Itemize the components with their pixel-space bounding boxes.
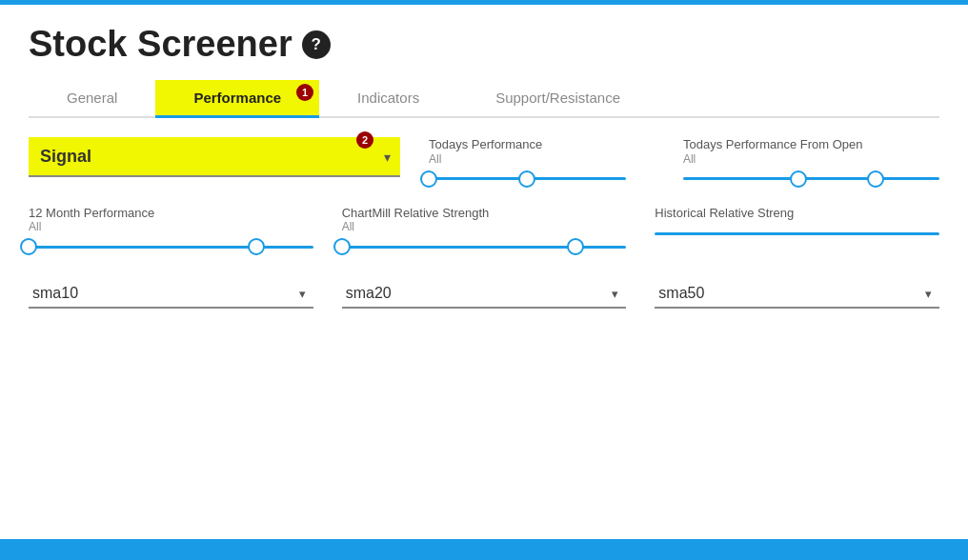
- bottom-bar: [0, 539, 968, 560]
- 12-month-thumb-left[interactable]: [20, 238, 37, 255]
- chartmill-rs-slider[interactable]: [342, 233, 627, 260]
- tabs-row: General Performance 1 Indicators Support…: [29, 80, 939, 118]
- todays-performance-group: Todays Performance All: [429, 137, 655, 192]
- sma10-wrapper: sma10 sma20 sma50 sma100 sma200 ▾: [29, 279, 313, 309]
- todays-performance-label: Todays Performance: [429, 137, 626, 152]
- todays-perf-open-track: [683, 177, 939, 180]
- todays-performance-thumb-left[interactable]: [420, 170, 437, 188]
- chartmill-rs-label: ChartMill Relative Strength: [342, 206, 627, 221]
- tab-performance[interactable]: Performance 1: [155, 80, 319, 118]
- chartmill-rs-sublabel: All: [342, 220, 627, 233]
- help-icon[interactable]: ?: [302, 30, 331, 59]
- header-row: Stock Screener ?: [29, 24, 939, 80]
- 12-month-track: [29, 246, 313, 249]
- todays-performance-thumb-right[interactable]: [518, 170, 535, 188]
- signal-row: Signal All ▾ 2 Todays Performance All To…: [29, 137, 939, 192]
- sma50-wrapper: sma10 sma20 sma50 sma100 sma200 ▾: [655, 279, 939, 309]
- sma20-select[interactable]: sma10 sma20 sma50 sma100 sma200: [342, 279, 627, 307]
- 12-month-performance-group: 12 Month Performance All: [29, 206, 342, 261]
- todays-performance-from-open-label: Todays Performance From Open: [683, 137, 939, 152]
- signal-badge: 2: [356, 131, 373, 149]
- historical-rs-label: Historical Relative Streng: [655, 206, 939, 221]
- 12-month-thumb-right[interactable]: [248, 238, 265, 255]
- signal-dropdown-wrapper: Signal All ▾ 2: [29, 137, 400, 177]
- main-container: Stock Screener ? General Performance 1 I…: [0, 5, 968, 560]
- 12-month-performance-slider[interactable]: [29, 233, 313, 260]
- chartmill-rs-thumb-left[interactable]: [333, 238, 351, 255]
- todays-performance-from-open-slider[interactable]: [683, 166, 939, 192]
- todays-performance-sublabel: All: [429, 152, 626, 166]
- signal-select[interactable]: Signal All: [29, 137, 400, 177]
- bottom-selects: sma10 sma20 sma50 sma100 sma200 ▾ sma10 …: [29, 279, 939, 309]
- sma20-wrapper: sma10 sma20 sma50 sma100 sma200 ▾: [342, 279, 627, 309]
- tab-indicators[interactable]: Indicators: [319, 80, 457, 118]
- tab-general[interactable]: General: [29, 80, 155, 118]
- 12-month-performance-sublabel: All: [29, 220, 313, 233]
- sma50-select[interactable]: sma10 sma20 sma50 sma100 sma200: [655, 279, 939, 307]
- sliders-row2: 12 Month Performance All ChartMill Relat…: [29, 206, 939, 261]
- tab-support-resistance[interactable]: Support/Resistance: [457, 80, 658, 118]
- todays-performance-slider[interactable]: [429, 166, 626, 192]
- todays-performance-from-open-sublabel: All: [683, 152, 939, 166]
- sma10-select[interactable]: sma10 sma20 sma50 sma100 sma200: [29, 279, 313, 307]
- todays-perf-open-thumb-right[interactable]: [867, 170, 884, 188]
- historical-rs-group: Historical Relative Streng: [655, 206, 939, 248]
- todays-perf-open-thumb-left[interactable]: [790, 170, 807, 188]
- chartmill-rs-thumb-right[interactable]: [567, 238, 584, 255]
- historical-rs-slider[interactable]: [655, 220, 939, 247]
- chartmill-rs-group: ChartMill Relative Strength All: [342, 206, 655, 261]
- page-title: Stock Screener: [29, 24, 292, 65]
- todays-performance-from-open-group: Todays Performance From Open All: [683, 137, 939, 192]
- 12-month-performance-label: 12 Month Performance: [29, 206, 313, 221]
- performance-tab-badge: 1: [296, 84, 313, 101]
- historical-rs-track: [655, 232, 939, 235]
